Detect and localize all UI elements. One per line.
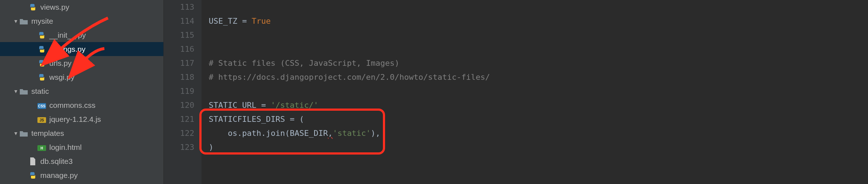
code-line: # Static files (CSS, JavaScript, Images) xyxy=(209,56,868,70)
folder-icon xyxy=(19,129,28,138)
tree-item[interactable]: wsgi.py xyxy=(0,70,163,84)
tree-item[interactable]: ▼static xyxy=(0,84,163,98)
line-number: 122 xyxy=(164,126,194,140)
code-line: os.path.join(BASE_DIR,'static'), xyxy=(209,126,868,140)
svg-text:CSS: CSS xyxy=(38,104,46,108)
py-icon xyxy=(28,171,37,180)
line-number: 123 xyxy=(164,140,194,154)
code-line: # https://docs.djangoproject.com/en/2.0/… xyxy=(209,70,868,84)
tree-item-label: templates xyxy=(31,129,64,138)
project-tree: views.py▼mysite__init__.pysettings.pyurl… xyxy=(0,0,164,184)
line-number-gutter: 113114115116117118119120121122123 xyxy=(164,0,202,184)
tree-item-label: views.py xyxy=(40,3,69,12)
tree-item-label: __init__.py xyxy=(49,31,86,40)
py-icon xyxy=(37,73,46,82)
code-line: STATICFILES_DIRS = ( xyxy=(209,112,868,126)
tree-item[interactable]: views.py xyxy=(0,0,163,14)
code-line: STATIC_URL = '/static/' xyxy=(209,98,868,112)
tree-item-label: commons.css xyxy=(49,101,95,110)
tree-item[interactable]: ▼mysite xyxy=(0,14,163,28)
line-number: 116 xyxy=(164,42,194,56)
tree-item[interactable]: JSjquery-1.12.4.js xyxy=(0,112,163,126)
tree-item[interactable]: __init__.py xyxy=(0,28,163,42)
folder-icon xyxy=(19,87,28,96)
tree-item[interactable]: Hlogin.html xyxy=(0,140,163,154)
tree-item-label: login.html xyxy=(49,143,82,152)
folder-icon xyxy=(19,17,28,26)
py-icon xyxy=(37,31,46,40)
line-number: 113 xyxy=(164,0,194,14)
py-icon xyxy=(37,45,46,54)
tree-item-label: static xyxy=(31,87,49,96)
tree-item[interactable]: ▼templates xyxy=(0,126,163,140)
js-icon: JS xyxy=(37,115,46,124)
chevron-icon[interactable]: ▼ xyxy=(13,18,19,24)
line-number: 118 xyxy=(164,70,194,84)
line-number: 121 xyxy=(164,112,194,126)
code-editor[interactable]: USE_TZ = True # Static files (CSS, JavaS… xyxy=(202,0,868,184)
tree-item[interactable]: manage.py xyxy=(0,168,163,182)
code-line xyxy=(209,42,868,56)
line-number: 115 xyxy=(164,28,194,42)
code-line: ) xyxy=(209,140,868,154)
tree-item[interactable]: urls.py xyxy=(0,56,163,70)
tree-item-label: settings.py xyxy=(49,45,85,54)
tree-item-label: wsgi.py xyxy=(49,73,74,82)
tree-item[interactable]: db.sqlite3 xyxy=(0,154,163,168)
tree-item[interactable]: ▶External Libraries xyxy=(0,182,163,184)
code-line xyxy=(209,0,868,14)
tree-item-label: manage.py xyxy=(40,171,78,180)
tree-item-label: jquery-1.12.4.js xyxy=(49,115,101,124)
code-line: USE_TZ = True xyxy=(209,14,868,28)
css-icon: CSS xyxy=(37,101,46,110)
chevron-icon[interactable]: ▼ xyxy=(13,130,19,136)
py-icon xyxy=(28,3,37,12)
html-icon: H xyxy=(37,143,46,152)
line-number: 117 xyxy=(164,56,194,70)
py-icon xyxy=(37,59,46,68)
tree-item-label: mysite xyxy=(31,17,53,26)
code-line xyxy=(209,84,868,98)
line-number: 114 xyxy=(164,14,194,28)
code-line xyxy=(209,28,868,42)
tree-item-label: db.sqlite3 xyxy=(40,157,73,166)
line-number: 119 xyxy=(164,84,194,98)
svg-text:JS: JS xyxy=(40,118,44,122)
file-icon xyxy=(28,157,37,166)
tree-item[interactable]: settings.py xyxy=(0,42,163,56)
svg-text:H: H xyxy=(40,146,43,150)
chevron-icon[interactable]: ▼ xyxy=(13,88,19,94)
tree-item[interactable]: CSScommons.css xyxy=(0,98,163,112)
line-number: 120 xyxy=(164,98,194,112)
tree-item-label: urls.py xyxy=(49,59,72,68)
